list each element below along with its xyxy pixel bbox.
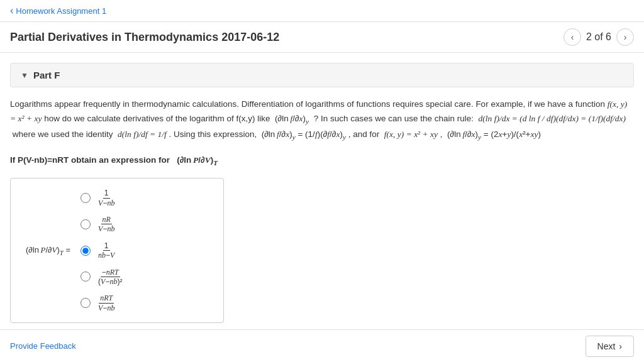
chain-rule-expr: d(ln f)/dx = (d ln f / df)(df/dx) = (1/f… [479, 114, 626, 123]
pagination: ‹ 2 of 6 › [564, 28, 634, 46]
pagination-count: 2 of 6 [586, 31, 611, 43]
option-item-3[interactable]: 1nb−V [80, 241, 123, 260]
question-expr: (∂ln P/∂V)T [177, 155, 218, 165]
section-header[interactable]: ▼ Part F [10, 63, 634, 87]
using-expr: (∂ln f/∂x)y = (1/f)(∂f/∂x)y [262, 129, 346, 139]
option-label-4: −nRT(V−nb)² [97, 268, 123, 287]
page-title: Partial Derivatives in Thermodynamics 20… [10, 31, 279, 44]
section-toggle-icon: ▼ [21, 71, 28, 80]
breadcrumb-bar: Homework Assignment 1 [0, 0, 644, 22]
next-button[interactable]: Next › [586, 336, 634, 357]
prev-page-button[interactable]: ‹ [564, 28, 581, 46]
option-radio-5[interactable] [80, 298, 91, 308]
section-title: Part F [33, 70, 60, 80]
option-radio-1[interactable] [80, 193, 91, 203]
problem-question: If P(V-nb)=nRT obtain an expression for … [10, 153, 634, 168]
partial-expr-1: (∂ln f/∂x)y [272, 114, 311, 123]
option-label-1: 1V−nb [97, 189, 116, 207]
next-arrow-icon: › [619, 341, 622, 351]
next-label: Next [597, 341, 616, 351]
option-label-2: nRV−nb [97, 215, 116, 234]
option-radio-3[interactable] [80, 246, 91, 256]
provide-feedback-link[interactable]: Provide Feedback [10, 341, 76, 351]
option-label-5: nRTV−nb [97, 293, 116, 312]
option-item-5[interactable]: nRTV−nb [80, 293, 123, 312]
option-label-3: 1nb−V [97, 241, 116, 260]
option-item-4[interactable]: −nRT(V−nb)² [80, 268, 123, 287]
option-radio-4[interactable] [80, 272, 91, 282]
function-xy: f(x, y) = x² + xy [384, 129, 438, 139]
bottom-bar: Provide Feedback Next › [0, 329, 644, 362]
option-radio-2[interactable] [80, 219, 91, 229]
problem-description: Logarithms appear frequently in thermody… [10, 97, 634, 143]
answer-box: (∂ln P/∂V)T = 1V−nb nRV−nb 1nb−V [10, 178, 224, 323]
option-item-1[interactable]: 1V−nb [80, 189, 123, 207]
options-list: 1V−nb nRV−nb 1nb−V −nRT(V−nb)² [80, 189, 123, 312]
result-expr: (∂ln f/∂x)y = (2x+y)/(x²+xy) [447, 129, 541, 139]
identity-expr: d(ln f)/df = 1/f [118, 129, 167, 139]
main-content: ▼ Part F Logarithms appear frequently in… [0, 53, 644, 362]
breadcrumb-link[interactable]: Homework Assignment 1 [10, 5, 106, 16]
page-header: Partial Derivatives in Thermodynamics 20… [0, 22, 644, 53]
option-item-2[interactable]: nRV−nb [80, 215, 123, 234]
next-page-button[interactable]: › [616, 28, 634, 46]
answer-label: (∂ln P/∂V)T = [26, 245, 70, 256]
